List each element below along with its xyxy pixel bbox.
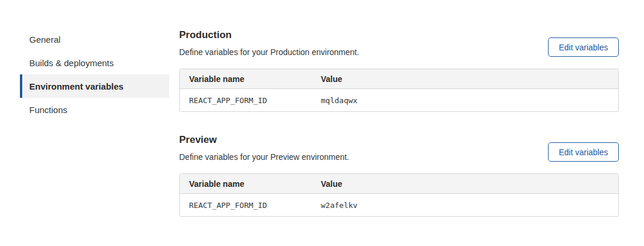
preview-edit-variables-button[interactable]: Edit variables xyxy=(548,142,619,162)
production-edit-variables-button[interactable]: Edit variables xyxy=(548,37,619,57)
preview-description: Define variables for your Preview enviro… xyxy=(179,152,349,162)
table-row: REACT_APP_FORM_ID w2afelkv xyxy=(180,194,618,217)
variable-name-cell: REACT_APP_FORM_ID xyxy=(180,89,311,112)
variable-name-cell: REACT_APP_FORM_ID xyxy=(180,194,311,217)
variable-value-cell: mqldaqwx xyxy=(311,89,618,112)
environment-variables-panel: Production Define variables for your Pro… xyxy=(179,28,619,217)
preview-section-header: Preview Define variables for your Previe… xyxy=(179,134,619,162)
preview-title: Preview xyxy=(179,134,349,146)
column-header-value: Value xyxy=(311,174,618,194)
settings-page: General Builds & deployments Environment… xyxy=(0,0,644,217)
column-header-variable-name: Variable name xyxy=(180,174,311,194)
sidebar-item-builds-deployments[interactable]: Builds & deployments xyxy=(20,51,169,74)
production-variables-table: Variable name Value REACT_APP_FORM_ID mq… xyxy=(179,69,619,112)
production-section: Production Define variables for your Pro… xyxy=(179,29,619,112)
production-title: Production xyxy=(179,29,359,41)
table-header-row: Variable name Value xyxy=(180,69,618,89)
production-section-header: Production Define variables for your Pro… xyxy=(179,29,619,57)
column-header-value: Value xyxy=(311,69,618,89)
preview-header-text: Preview Define variables for your Previe… xyxy=(179,134,349,162)
sidebar-item-environment-variables[interactable]: Environment variables xyxy=(20,74,169,98)
production-header-text: Production Define variables for your Pro… xyxy=(179,29,359,57)
column-header-variable-name: Variable name xyxy=(180,69,311,89)
table-row: REACT_APP_FORM_ID mqldaqwx xyxy=(180,89,618,112)
preview-section: Preview Define variables for your Previe… xyxy=(179,134,619,217)
production-description: Define variables for your Production env… xyxy=(179,47,359,57)
table-header-row: Variable name Value xyxy=(180,174,618,194)
sidebar-item-general[interactable]: General xyxy=(20,28,169,51)
variable-value-cell: w2afelkv xyxy=(311,194,618,217)
preview-variables-table: Variable name Value REACT_APP_FORM_ID w2… xyxy=(179,173,619,217)
sidebar-item-functions[interactable]: Functions xyxy=(20,98,169,121)
settings-sidebar: General Builds & deployments Environment… xyxy=(20,28,169,217)
